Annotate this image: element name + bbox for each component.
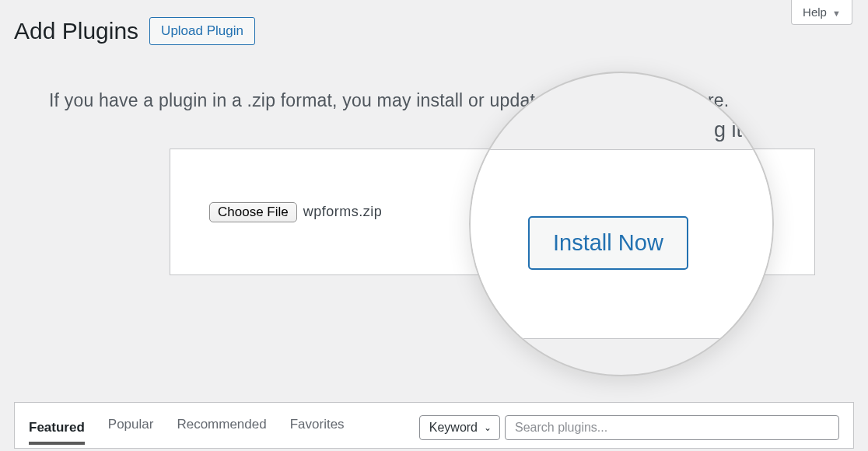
upload-plugin-button[interactable]: Upload Plugin bbox=[149, 17, 255, 45]
help-label: Help bbox=[803, 5, 827, 19]
page-title: Add Plugins bbox=[14, 18, 138, 44]
upload-instruction: If you have a plugin in a .zip format, y… bbox=[14, 84, 854, 117]
tab-favorites[interactable]: Favorites bbox=[290, 417, 345, 439]
upload-panel: Choose File wpforms.zip Install Now bbox=[170, 149, 815, 275]
file-input-group: Choose File wpforms.zip bbox=[209, 202, 382, 222]
search-filter-group: Keyword ⌄ bbox=[419, 415, 839, 440]
help-dropdown[interactable]: Help ▼ bbox=[791, 0, 852, 25]
upload-section: If you have a plugin in a .zip format, y… bbox=[14, 84, 854, 275]
choose-file-button[interactable]: Choose File bbox=[209, 202, 297, 222]
selected-filename: wpforms.zip bbox=[303, 204, 383, 220]
chevron-down-icon: ▼ bbox=[832, 9, 841, 18]
search-filter-label: Keyword bbox=[429, 421, 478, 435]
search-plugins-input[interactable] bbox=[505, 415, 839, 440]
tab-popular[interactable]: Popular bbox=[108, 417, 154, 439]
chevron-down-icon: ⌄ bbox=[484, 422, 492, 433]
install-now-button[interactable]: Install Now bbox=[607, 185, 768, 239]
search-filter-select[interactable]: Keyword ⌄ bbox=[419, 415, 500, 440]
tab-recommended[interactable]: Recommended bbox=[177, 417, 266, 439]
plugin-tabs-bar: Featured Popular Recommended Favorites K… bbox=[14, 402, 854, 449]
page-header: Add Plugins Upload Plugin bbox=[0, 0, 868, 53]
tab-featured[interactable]: Featured bbox=[29, 420, 85, 445]
